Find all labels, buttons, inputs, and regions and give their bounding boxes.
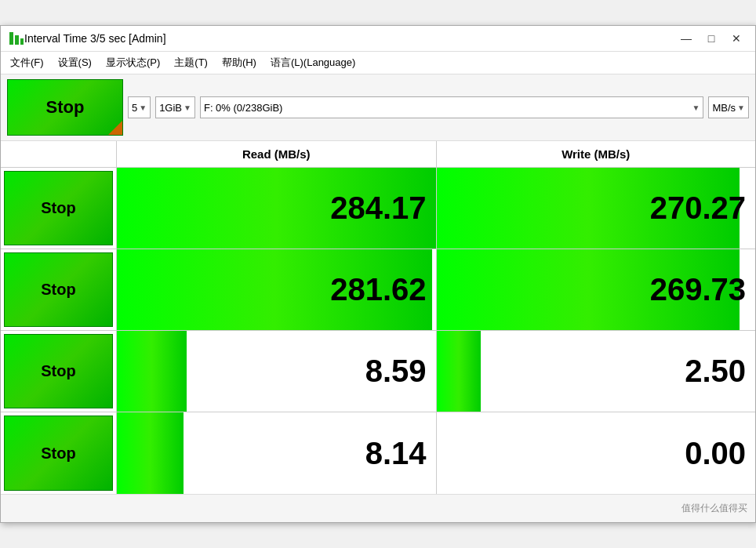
row-0-stop-button[interactable]: Stop	[4, 171, 113, 245]
table-row: Stop 284.17 270.27	[1, 168, 755, 249]
svg-rect-1	[15, 35, 19, 45]
menu-display[interactable]: 显示状态(P)	[100, 53, 166, 72]
row-0-read-cell: 284.17	[117, 168, 437, 249]
drive-select[interactable]: F: 0% (0/238GiB) ▼	[200, 96, 704, 118]
row-1-write-cell: 269.73	[437, 249, 756, 330]
row-3-read-bar	[117, 412, 184, 494]
row-1-read-value: 281.62	[330, 272, 426, 307]
drive-arrow-icon: ▼	[692, 103, 700, 112]
table-row: Stop 8.14 0.00	[1, 412, 755, 494]
table-header: Read (MB/s) Write (MB/s)	[1, 141, 755, 168]
row-2-stop-button[interactable]: Stop	[4, 334, 113, 408]
close-button[interactable]: ✕	[725, 31, 747, 46]
size-arrow-icon: ▼	[184, 103, 191, 112]
watermark-text: 值得什么值得买	[681, 502, 747, 515]
row-2-write-cell: 2.50	[437, 331, 756, 412]
svg-rect-2	[20, 38, 24, 45]
row-3-stop-button[interactable]: Stop	[4, 416, 113, 491]
main-window: Interval Time 3/5 sec [Admin] — □ ✕ 文件(F…	[0, 25, 756, 523]
table-body: Stop 284.17 270.27 Stop 281.62	[1, 168, 755, 494]
size-value: 1GiB	[159, 102, 182, 114]
row-2-write-value: 2.50	[685, 354, 746, 389]
row-2-write-bar	[437, 331, 482, 412]
row-0-write-value: 270.27	[650, 191, 746, 226]
menu-language[interactable]: 语言(L)(Language)	[264, 53, 362, 72]
row-1-write-value: 269.73	[650, 272, 746, 307]
row-2-read-cell: 8.59	[117, 331, 437, 412]
titlebar: Interval Time 3/5 sec [Admin] — □ ✕	[1, 26, 755, 52]
interval-arrow-icon: ▼	[139, 103, 147, 112]
table-row: Stop 281.62 269.73	[1, 249, 755, 331]
row-3-read-value: 8.14	[365, 436, 427, 471]
interval-select[interactable]: 5 ▼	[128, 96, 151, 118]
toolbar: Stop 5 ▼ 1GiB ▼ F: 0% (0/238GiB) ▼ MB/s …	[1, 74, 755, 141]
menu-file[interactable]: 文件(F)	[4, 53, 50, 72]
row-2-btn-cell: Stop	[1, 331, 117, 412]
row-2-read-bar	[117, 331, 187, 412]
row-2-read-value: 8.59	[365, 354, 427, 389]
row-1-read-cell: 281.62	[117, 249, 437, 330]
row-0-write-cell: 270.27	[437, 168, 756, 249]
window-controls: — □ ✕	[675, 31, 747, 46]
menubar: 文件(F) 设置(S) 显示状态(P) 主题(T) 帮助(H) 语言(L)(La…	[1, 52, 755, 74]
row-3-read-cell: 8.14	[117, 412, 437, 494]
drive-value: F: 0% (0/238GiB)	[204, 102, 282, 114]
svg-rect-0	[9, 32, 13, 45]
window-title: Interval Time 3/5 sec [Admin]	[24, 32, 675, 45]
row-3-btn-cell: Stop	[1, 412, 117, 494]
row-1-stop-button[interactable]: Stop	[4, 252, 113, 327]
menu-settings[interactable]: 设置(S)	[52, 53, 98, 72]
header-read: Read (MB/s)	[117, 141, 437, 167]
row-3-write-cell: 0.00	[437, 412, 756, 494]
header-empty	[1, 141, 117, 167]
row-0-read-value: 284.17	[330, 191, 426, 226]
bottom-bar: 值得什么值得买	[1, 494, 755, 522]
size-select[interactable]: 1GiB ▼	[155, 96, 195, 118]
maximize-button[interactable]: □	[700, 31, 722, 46]
unit-select[interactable]: MB/s ▼	[708, 96, 749, 118]
interval-value: 5	[132, 102, 137, 114]
header-write: Write (MB/s)	[437, 141, 756, 167]
unit-arrow-icon: ▼	[737, 103, 745, 112]
unit-value: MB/s	[712, 102, 736, 114]
table-row: Stop 8.59 2.50	[1, 331, 755, 412]
main-stop-button[interactable]: Stop	[7, 79, 123, 136]
menu-help[interactable]: 帮助(H)	[216, 53, 263, 72]
row-1-btn-cell: Stop	[1, 249, 117, 330]
minimize-button[interactable]: —	[675, 31, 697, 46]
row-3-write-value: 0.00	[685, 436, 746, 471]
row-0-btn-cell: Stop	[1, 168, 117, 249]
menu-theme[interactable]: 主题(T)	[168, 53, 214, 72]
app-icon	[9, 31, 24, 46]
content-area: Read (MB/s) Write (MB/s) Stop 284.17 270…	[1, 141, 755, 494]
